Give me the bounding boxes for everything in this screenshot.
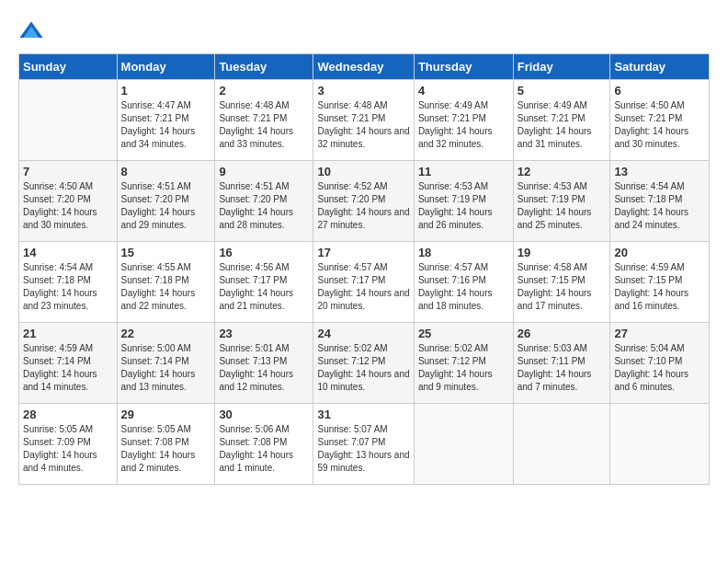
day-number: 12 — [518, 165, 607, 178]
day-cell: 15 Sunrise: 4:55 AMSunset: 7:18 PMDaylig… — [117, 242, 215, 323]
day-info: Sunrise: 5:01 AMSunset: 7:13 PMDaylight:… — [219, 342, 309, 394]
day-cell: 2 Sunrise: 4:48 AMSunset: 7:21 PMDayligh… — [215, 80, 313, 161]
day-info: Sunrise: 5:05 AMSunset: 7:08 PMDaylight:… — [121, 423, 211, 475]
day-info: Sunrise: 4:57 AMSunset: 7:16 PMDaylight:… — [418, 261, 509, 313]
day-info: Sunrise: 5:02 AMSunset: 7:12 PMDaylight:… — [317, 342, 409, 394]
day-cell: 23 Sunrise: 5:01 AMSunset: 7:13 PMDaylig… — [215, 323, 313, 404]
day-number: 25 — [418, 327, 509, 340]
day-info: Sunrise: 4:57 AMSunset: 7:17 PMDaylight:… — [317, 261, 409, 313]
day-cell — [513, 404, 610, 485]
day-info: Sunrise: 5:05 AMSunset: 7:09 PMDaylight:… — [23, 423, 113, 475]
day-number: 14 — [23, 246, 113, 259]
day-cell: 13 Sunrise: 4:54 AMSunset: 7:18 PMDaylig… — [610, 161, 710, 242]
day-info: Sunrise: 4:51 AMSunset: 7:20 PMDaylight:… — [219, 180, 309, 232]
page-header — [18, 18, 710, 44]
column-header-wednesday: Wednesday — [313, 54, 414, 80]
day-info: Sunrise: 5:03 AMSunset: 7:11 PMDaylight:… — [518, 342, 607, 394]
day-cell: 1 Sunrise: 4:47 AMSunset: 7:21 PMDayligh… — [117, 80, 215, 161]
day-cell: 12 Sunrise: 4:53 AMSunset: 7:19 PMDaylig… — [513, 161, 610, 242]
week-row-4: 21 Sunrise: 4:59 AMSunset: 7:14 PMDaylig… — [19, 323, 710, 404]
day-info: Sunrise: 4:48 AMSunset: 7:21 PMDaylight:… — [219, 99, 309, 151]
day-number: 6 — [614, 84, 705, 98]
day-cell: 4 Sunrise: 4:49 AMSunset: 7:21 PMDayligh… — [414, 80, 513, 161]
day-cell: 19 Sunrise: 4:58 AMSunset: 7:15 PMDaylig… — [513, 242, 610, 323]
day-info: Sunrise: 4:55 AMSunset: 7:18 PMDaylight:… — [121, 261, 211, 313]
day-number: 15 — [121, 246, 211, 259]
day-cell: 24 Sunrise: 5:02 AMSunset: 7:12 PMDaylig… — [313, 323, 414, 404]
day-number: 28 — [23, 408, 113, 421]
week-row-3: 14 Sunrise: 4:54 AMSunset: 7:18 PMDaylig… — [19, 242, 710, 323]
day-info: Sunrise: 4:52 AMSunset: 7:20 PMDaylight:… — [317, 180, 409, 232]
day-cell: 11 Sunrise: 4:53 AMSunset: 7:19 PMDaylig… — [414, 161, 513, 242]
day-info: Sunrise: 4:50 AMSunset: 7:21 PMDaylight:… — [614, 99, 705, 151]
day-number: 23 — [219, 327, 309, 340]
day-number: 3 — [317, 84, 409, 98]
day-info: Sunrise: 4:48 AMSunset: 7:21 PMDaylight:… — [317, 99, 409, 151]
day-info: Sunrise: 4:59 AMSunset: 7:15 PMDaylight:… — [614, 261, 705, 313]
day-number: 22 — [121, 327, 211, 340]
day-info: Sunrise: 5:04 AMSunset: 7:10 PMDaylight:… — [614, 342, 705, 394]
day-cell: 31 Sunrise: 5:07 AMSunset: 7:07 PMDaylig… — [313, 404, 414, 485]
day-cell: 10 Sunrise: 4:52 AMSunset: 7:20 PMDaylig… — [313, 161, 414, 242]
column-header-friday: Friday — [513, 54, 610, 80]
day-cell: 28 Sunrise: 5:05 AMSunset: 7:09 PMDaylig… — [19, 404, 118, 485]
day-info: Sunrise: 4:53 AMSunset: 7:19 PMDaylight:… — [518, 180, 607, 232]
day-info: Sunrise: 5:02 AMSunset: 7:12 PMDaylight:… — [418, 342, 509, 394]
day-number: 18 — [418, 246, 509, 259]
day-info: Sunrise: 4:50 AMSunset: 7:20 PMDaylight:… — [23, 180, 113, 232]
day-cell: 29 Sunrise: 5:05 AMSunset: 7:08 PMDaylig… — [117, 404, 215, 485]
day-cell: 8 Sunrise: 4:51 AMSunset: 7:20 PMDayligh… — [117, 161, 215, 242]
day-number: 10 — [317, 165, 409, 178]
day-info: Sunrise: 5:00 AMSunset: 7:14 PMDaylight:… — [121, 342, 211, 394]
day-number: 27 — [614, 327, 705, 340]
day-cell: 26 Sunrise: 5:03 AMSunset: 7:11 PMDaylig… — [513, 323, 610, 404]
day-info: Sunrise: 4:58 AMSunset: 7:15 PMDaylight:… — [518, 261, 607, 313]
day-info: Sunrise: 4:51 AMSunset: 7:20 PMDaylight:… — [121, 180, 211, 232]
day-info: Sunrise: 4:53 AMSunset: 7:19 PMDaylight:… — [418, 180, 509, 232]
day-cell: 3 Sunrise: 4:48 AMSunset: 7:21 PMDayligh… — [313, 80, 414, 161]
day-info: Sunrise: 4:49 AMSunset: 7:21 PMDaylight:… — [418, 99, 509, 151]
day-number: 19 — [518, 246, 607, 259]
day-cell — [610, 404, 710, 485]
day-info: Sunrise: 4:49 AMSunset: 7:21 PMDaylight:… — [518, 99, 607, 151]
day-cell: 7 Sunrise: 4:50 AMSunset: 7:20 PMDayligh… — [19, 161, 118, 242]
day-cell: 27 Sunrise: 5:04 AMSunset: 7:10 PMDaylig… — [610, 323, 710, 404]
day-number: 11 — [418, 165, 509, 178]
day-number: 29 — [121, 408, 211, 421]
column-header-tuesday: Tuesday — [215, 54, 313, 80]
day-number: 1 — [121, 84, 211, 98]
day-number: 26 — [518, 327, 607, 340]
day-cell: 30 Sunrise: 5:06 AMSunset: 7:08 PMDaylig… — [215, 404, 313, 485]
day-number: 30 — [219, 408, 309, 421]
week-row-1: 1 Sunrise: 4:47 AMSunset: 7:21 PMDayligh… — [19, 80, 710, 161]
day-number: 2 — [219, 84, 309, 98]
day-number: 5 — [518, 84, 607, 98]
day-cell: 6 Sunrise: 4:50 AMSunset: 7:21 PMDayligh… — [610, 80, 710, 161]
week-row-2: 7 Sunrise: 4:50 AMSunset: 7:20 PMDayligh… — [19, 161, 710, 242]
header-row: SundayMondayTuesdayWednesdayThursdayFrid… — [19, 54, 710, 80]
column-header-thursday: Thursday — [414, 54, 513, 80]
day-number: 7 — [23, 165, 113, 178]
day-cell: 18 Sunrise: 4:57 AMSunset: 7:16 PMDaylig… — [414, 242, 513, 323]
day-number: 9 — [219, 165, 309, 178]
day-number: 24 — [317, 327, 409, 340]
day-number: 16 — [219, 246, 309, 259]
day-cell: 14 Sunrise: 4:54 AMSunset: 7:18 PMDaylig… — [19, 242, 118, 323]
day-info: Sunrise: 4:54 AMSunset: 7:18 PMDaylight:… — [614, 180, 705, 232]
day-info: Sunrise: 4:59 AMSunset: 7:14 PMDaylight:… — [23, 342, 113, 394]
day-cell: 5 Sunrise: 4:49 AMSunset: 7:21 PMDayligh… — [513, 80, 610, 161]
day-info: Sunrise: 5:06 AMSunset: 7:08 PMDaylight:… — [219, 423, 309, 475]
day-info: Sunrise: 4:56 AMSunset: 7:17 PMDaylight:… — [219, 261, 309, 313]
day-cell — [414, 404, 513, 485]
day-cell — [19, 80, 118, 161]
day-number: 31 — [317, 408, 409, 421]
logo-icon — [18, 18, 44, 44]
day-number: 13 — [614, 165, 705, 178]
day-info: Sunrise: 4:47 AMSunset: 7:21 PMDaylight:… — [121, 99, 211, 151]
day-cell: 9 Sunrise: 4:51 AMSunset: 7:20 PMDayligh… — [215, 161, 313, 242]
day-cell: 17 Sunrise: 4:57 AMSunset: 7:17 PMDaylig… — [313, 242, 414, 323]
column-header-sunday: Sunday — [19, 54, 118, 80]
day-number: 20 — [614, 246, 705, 259]
day-info: Sunrise: 4:54 AMSunset: 7:18 PMDaylight:… — [23, 261, 113, 313]
day-number: 17 — [317, 246, 409, 259]
